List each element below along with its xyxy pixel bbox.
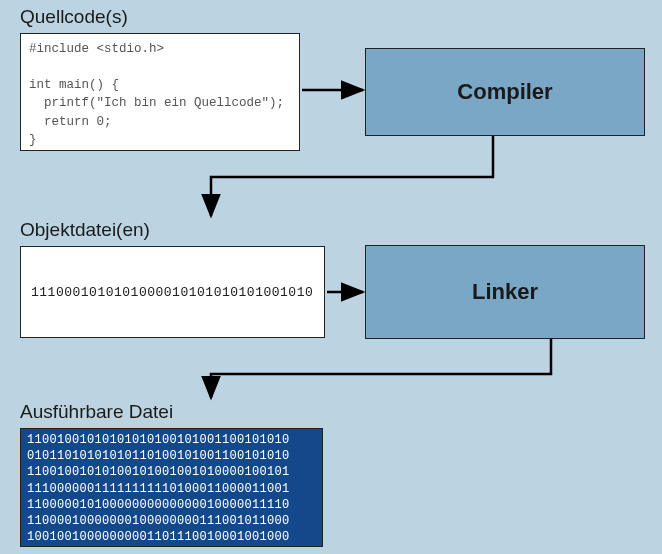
exe-r5: 11000001010000000000000010000011110: [27, 498, 290, 512]
source-code-box: #include <stdio.h> int main() { printf("…: [20, 33, 300, 151]
linker-label: Linker: [472, 279, 538, 305]
source-title: Quellcode(s): [20, 6, 128, 28]
object-file-box: 1110001010101000010101010101001010: [20, 246, 325, 338]
src-l1: #include <stdio.h>: [29, 42, 164, 56]
compiler-box: Compiler: [365, 48, 645, 136]
exe-r6: 11000010000000100000000111001011000: [27, 514, 290, 528]
object-title: Objektdatei(en): [20, 219, 150, 241]
exe-r7: 10010010000000001101110010001001000: [27, 530, 290, 544]
executable-box: 11001001010101010100101001100101010 0101…: [20, 428, 323, 547]
exe-r3: 11001001010100101001001010000100101: [27, 465, 290, 479]
src-l6: }: [29, 133, 37, 147]
src-l5: return 0;: [29, 115, 112, 129]
compiler-label: Compiler: [457, 79, 552, 105]
object-bits: 1110001010101000010101010101001010: [31, 285, 313, 300]
exe-title: Ausführbare Datei: [20, 401, 173, 423]
src-l3: int main() {: [29, 78, 119, 92]
linker-box: Linker: [365, 245, 645, 339]
src-l4: printf("Ich bin ein Quellcode");: [29, 96, 284, 110]
exe-r4: 11100000011111111110100011000011001: [27, 482, 290, 496]
arrow-linker-to-exe: [211, 339, 551, 398]
exe-r1: 11001001010101010100101001100101010: [27, 433, 290, 447]
exe-r2: 01011010101010110100101001100101010: [27, 449, 290, 463]
